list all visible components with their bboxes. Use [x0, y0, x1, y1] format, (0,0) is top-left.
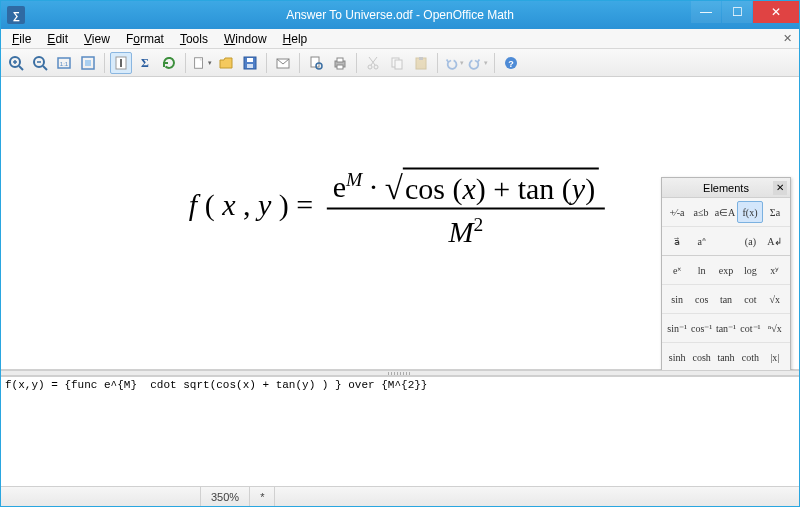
fn-tan[interactable]: tan: [714, 288, 738, 310]
formula-f: f: [189, 188, 197, 221]
formula-plus: +: [493, 172, 510, 205]
titlebar[interactable]: ∑ Answer To Universe.odf - OpenOffice Ma…: [1, 1, 799, 29]
elements-button[interactable]: Σ: [134, 52, 156, 74]
fn-cos[interactable]: cos: [689, 288, 713, 310]
help-button[interactable]: ?: [500, 52, 522, 74]
formula-numerator: eM · √ cos (x) + tan (y): [327, 168, 605, 210]
elements-categories-2: a⃗ aᐢ (a) A↲: [662, 227, 790, 256]
svg-text:Σ: Σ: [141, 56, 149, 70]
minimize-button[interactable]: —: [691, 1, 721, 23]
maximize-button[interactable]: ☐: [722, 1, 752, 23]
code-editor-pane: [1, 376, 799, 486]
zoom-in-button[interactable]: [5, 52, 27, 74]
fn-acos[interactable]: cos⁻¹: [689, 317, 713, 339]
formula-sqrt: √ cos (x) + tan (y): [385, 168, 599, 206]
redo-button[interactable]: [467, 52, 489, 74]
fn-xy[interactable]: xʸ: [763, 259, 787, 281]
cat-relations[interactable]: a≤b: [689, 201, 713, 223]
menu-edit[interactable]: Edit: [40, 30, 75, 48]
elements-fns-2: sin cos tan cot √x: [662, 285, 790, 314]
formula-cos-x: x: [462, 172, 475, 205]
fn-atan[interactable]: tan⁻¹: [714, 317, 738, 339]
cat-operators[interactable]: Σa: [763, 201, 787, 223]
print-preview-button[interactable]: [305, 52, 327, 74]
formula-tan: tan: [518, 172, 555, 205]
svg-point-24: [368, 65, 372, 69]
menu-format[interactable]: Format: [119, 30, 171, 48]
close-button[interactable]: ✕: [753, 1, 799, 23]
formula-tan-lp: (: [562, 172, 572, 205]
code-editor[interactable]: [1, 377, 799, 486]
undo-button[interactable]: [443, 52, 465, 74]
zoom-out-button[interactable]: [29, 52, 51, 74]
cat-formats[interactable]: A↲: [763, 230, 787, 252]
formula-cos-lp: (: [452, 172, 462, 205]
fn-tanh[interactable]: tanh: [714, 346, 738, 368]
cat-unary[interactable]: +⁄-a: [665, 201, 689, 223]
elements-panel-header[interactable]: Elements ✕: [662, 178, 790, 198]
doc-close-icon[interactable]: ✕: [779, 31, 795, 47]
cat-attributes[interactable]: a⃗: [665, 230, 689, 252]
svg-rect-16: [247, 58, 253, 62]
formula-fraction: eM · √ cos (x) + tan (y): [327, 168, 605, 249]
elements-panel[interactable]: Elements ✕ +⁄-a a≤b a∈A f(x) Σa a⃗ aᐢ (a…: [661, 177, 791, 372]
menu-help[interactable]: Help: [276, 30, 315, 48]
refresh-button[interactable]: [158, 52, 180, 74]
cat-others[interactable]: aᐢ: [689, 230, 713, 252]
fn-nroot[interactable]: ⁿ√x: [763, 317, 787, 339]
window-controls: — ☐ ✕: [690, 1, 799, 23]
fn-asin[interactable]: sin⁻¹: [665, 317, 689, 339]
fn-sinh[interactable]: sinh: [665, 346, 689, 368]
email-doc-button[interactable]: [272, 52, 294, 74]
save-button[interactable]: [239, 52, 261, 74]
menu-view[interactable]: View: [77, 30, 117, 48]
cat-brackets[interactable]: (a): [738, 230, 762, 252]
svg-text:?: ?: [508, 59, 514, 69]
app-icon: ∑: [7, 6, 25, 24]
cut-button[interactable]: [362, 52, 384, 74]
fn-abs[interactable]: |x|: [763, 346, 787, 368]
fn-ln[interactable]: ln: [689, 259, 713, 281]
pane-splitter[interactable]: [1, 370, 799, 376]
svg-line-5: [43, 66, 47, 70]
formula-tan-rp: ): [585, 172, 595, 205]
svg-rect-19: [311, 57, 319, 67]
window-title: Answer To Universe.odf - OpenOffice Math: [1, 8, 799, 22]
paste-button[interactable]: [410, 52, 432, 74]
formula-e: e: [333, 170, 346, 203]
elements-panel-title: Elements: [703, 182, 749, 194]
new-doc-button[interactable]: [191, 52, 213, 74]
elements-fns-1: eˣ ln exp log xʸ: [662, 256, 790, 285]
formula-cdot: ·: [370, 170, 378, 203]
formula-x: x: [222, 188, 235, 221]
formula-denominator: M2: [327, 210, 605, 249]
zoom-fit-button[interactable]: [77, 52, 99, 74]
elements-fns-4: sinh cosh tanh coth |x|: [662, 343, 790, 371]
status-zoom[interactable]: 350%: [201, 487, 250, 506]
fn-cot[interactable]: cot: [738, 288, 762, 310]
fn-ex[interactable]: eˣ: [665, 259, 689, 281]
formula-cursor-button[interactable]: [110, 52, 132, 74]
formula-comma: ,: [243, 188, 251, 221]
print-button[interactable]: [329, 52, 351, 74]
copy-button[interactable]: [386, 52, 408, 74]
fn-coth[interactable]: coth: [738, 346, 762, 368]
menu-window[interactable]: Window: [217, 30, 274, 48]
formula-M: M: [449, 215, 474, 248]
fn-exp[interactable]: exp: [714, 259, 738, 281]
zoom-100-button[interactable]: 1:1: [53, 52, 75, 74]
menu-tools[interactable]: Tools: [173, 30, 215, 48]
status-modified: *: [250, 487, 275, 506]
fn-log[interactable]: log: [738, 259, 762, 281]
fn-sin[interactable]: sin: [665, 288, 689, 310]
fn-cosh[interactable]: cosh: [689, 346, 713, 368]
fn-sqrt[interactable]: √x: [763, 288, 787, 310]
cat-functions[interactable]: f(x): [737, 201, 763, 223]
menu-file[interactable]: File: [5, 30, 38, 48]
open-button[interactable]: [215, 52, 237, 74]
fn-acot[interactable]: cot⁻¹: [738, 317, 762, 339]
cat-set[interactable]: a∈A: [713, 201, 737, 223]
svg-rect-17: [247, 64, 253, 68]
elements-panel-close-icon[interactable]: ✕: [773, 181, 787, 195]
statusbar: 350% *: [1, 486, 799, 506]
